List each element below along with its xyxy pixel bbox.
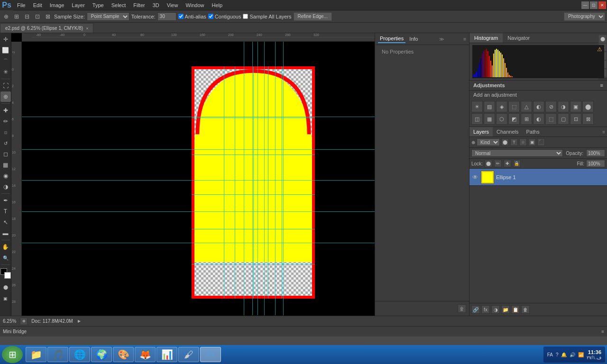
history-brush-tool[interactable]: ↺ xyxy=(0,138,11,148)
adj-hsl[interactable]: ◐ xyxy=(533,101,544,112)
move-tool[interactable]: ✛ xyxy=(0,34,11,45)
taskbar-excel[interactable]: 📊 xyxy=(156,347,177,362)
histogram-tab[interactable]: Histogram xyxy=(469,33,503,43)
adj-bw[interactable]: ◑ xyxy=(558,101,569,112)
stamp-tool[interactable]: ⎅ xyxy=(0,127,11,137)
screen-mode-btn[interactable]: ▣ xyxy=(0,293,11,304)
taskbar-app5[interactable]: 🎨 xyxy=(113,347,134,362)
quick-select-tool[interactable]: ✳ xyxy=(0,67,11,77)
taskbar-file-explorer[interactable]: 📁 xyxy=(26,347,46,362)
status-expand-btn[interactable]: ▶ xyxy=(77,318,82,325)
text-tool[interactable]: T xyxy=(0,206,11,217)
adj-extra2[interactable]: ▢ xyxy=(558,113,569,125)
lasso-tool[interactable]: ⌒ xyxy=(0,56,11,66)
adj-posterize[interactable]: ⬡ xyxy=(496,113,507,125)
marquee-tool[interactable]: ⬜ xyxy=(0,45,11,55)
lock-position-btn[interactable]: ✏ xyxy=(494,160,502,167)
layers-tab[interactable]: Layers xyxy=(469,127,493,136)
contiguous-checkbox[interactable] xyxy=(208,14,213,19)
adj-curves[interactable]: ◈ xyxy=(496,101,507,112)
adj-extra1[interactable]: ⬚ xyxy=(545,113,557,125)
layer-visibility-toggle[interactable]: 👁 xyxy=(471,173,479,181)
eraser-tool[interactable]: ◻ xyxy=(0,149,11,159)
adj-selective-color[interactable]: ◐ xyxy=(533,113,544,125)
adj-brightness[interactable]: ☀ xyxy=(471,101,483,112)
delete-layer-btn[interactable]: 🗑 xyxy=(521,305,530,314)
menu-3d[interactable]: 3D xyxy=(149,0,163,10)
adj-colorbal[interactable]: ⊘ xyxy=(545,101,557,112)
tolerance-input[interactable] xyxy=(157,12,176,21)
blend-mode-select[interactable]: Normal xyxy=(471,149,563,157)
path-select-tool[interactable]: ↖ xyxy=(0,217,11,228)
taskbar-app8[interactable]: 🖌 xyxy=(178,347,199,362)
add-mask-btn[interactable]: ◑ xyxy=(491,305,500,314)
taskbar-photoshop[interactable]: Ps xyxy=(200,347,221,362)
taskbar-wmp[interactable]: 🎵 xyxy=(47,347,68,362)
adj-threshold[interactable]: ◩ xyxy=(508,113,520,125)
properties-tab[interactable]: Properties xyxy=(378,35,405,43)
menu-image[interactable]: Image xyxy=(46,0,68,10)
layers-filter-btn4[interactable]: ▣ xyxy=(528,138,536,146)
menu-edit[interactable]: Edit xyxy=(29,0,46,10)
adj-invert[interactable]: ▦ xyxy=(484,113,495,125)
lock-artboard-btn[interactable]: 🔒 xyxy=(513,160,521,167)
adj-menu-icon[interactable]: ≡ xyxy=(600,82,603,88)
menu-select[interactable]: Select xyxy=(108,0,130,10)
layers-kind-select[interactable]: Kind xyxy=(477,138,500,146)
menu-view[interactable]: View xyxy=(163,0,182,10)
lock-all-btn[interactable]: ✚ xyxy=(504,160,511,167)
anti-alias-checkbox[interactable] xyxy=(178,14,184,19)
pen-tool[interactable]: ✒ xyxy=(0,195,11,206)
background-color[interactable] xyxy=(4,272,11,279)
close-button[interactable]: ✕ xyxy=(598,1,606,9)
menu-layer[interactable]: Layer xyxy=(68,0,89,10)
refine-edge-button[interactable]: Refine Edge... xyxy=(294,12,332,21)
zoom-indicator-btn[interactable]: ⊕ xyxy=(20,318,28,325)
opacity-input[interactable] xyxy=(586,149,605,157)
restore-button[interactable]: ⊡ xyxy=(590,1,598,9)
menu-help[interactable]: Help xyxy=(208,0,227,10)
menu-filter[interactable]: Filter xyxy=(129,0,148,10)
color-swatch[interactable] xyxy=(0,268,11,279)
menu-window[interactable]: Window xyxy=(182,0,208,10)
adj-channel-mix[interactable]: ⬤ xyxy=(582,101,594,112)
layers-menu-icon[interactable]: ≡ xyxy=(600,129,607,135)
hand-tool[interactable]: ✋ xyxy=(0,242,11,252)
adj-extra3[interactable]: ⊡ xyxy=(570,113,581,125)
sample-all-checkbox[interactable] xyxy=(243,14,248,19)
adj-exposure[interactable]: ⬚ xyxy=(508,101,520,112)
menu-type[interactable]: Type xyxy=(89,0,108,10)
delete-properties-btn[interactable]: 🗑 xyxy=(458,304,466,313)
start-button[interactable]: ⊞ xyxy=(2,346,23,363)
brush-tool[interactable]: ✏ xyxy=(0,116,11,127)
adj-color-lookup[interactable]: ◫ xyxy=(471,113,483,125)
minimize-button[interactable]: — xyxy=(581,1,589,9)
workspace-select[interactable]: Photography xyxy=(564,12,605,21)
adj-gradient-map[interactable]: ⊞ xyxy=(521,113,532,125)
taskbar-chrome[interactable]: 🌍 xyxy=(91,347,112,362)
layers-filter-btn3[interactable]: ☆ xyxy=(519,138,527,146)
shape-tool[interactable]: ▬ xyxy=(0,228,11,238)
layers-filter-btn5[interactable]: ⬛ xyxy=(537,138,545,146)
eyedropper-tool[interactable]: ⊕ xyxy=(0,91,11,102)
zoom-tool[interactable]: 🔍 xyxy=(0,253,11,263)
gradient-tool[interactable]: ▦ xyxy=(0,160,11,170)
tab-close-button[interactable]: × xyxy=(86,26,88,31)
taskbar-firefox[interactable]: 🦊 xyxy=(135,347,156,362)
add-style-btn[interactable]: fx xyxy=(481,305,490,314)
fill-input[interactable] xyxy=(586,160,605,167)
paths-tab[interactable]: Paths xyxy=(523,127,543,136)
sidebar-icon-1[interactable]: ⬤ xyxy=(599,35,607,43)
crop-tool[interactable]: ⛶ xyxy=(0,81,11,91)
link-layers-btn[interactable]: 🔗 xyxy=(471,305,480,314)
adj-photo-filter[interactable]: ▣ xyxy=(570,101,581,112)
document-tab[interactable]: e2.psd @ 6.25% (Ellipse 1, CMYK/8) × xyxy=(0,23,93,33)
channels-tab[interactable]: Channels xyxy=(493,127,522,136)
layers-filter-btn1[interactable]: ⬤ xyxy=(501,138,509,146)
new-layer-btn[interactable]: 📋 xyxy=(511,305,520,314)
quick-mask-btn[interactable]: ⬤ xyxy=(0,282,11,292)
menu-file[interactable]: File xyxy=(13,0,29,10)
adj-levels[interactable]: ▤ xyxy=(484,101,495,112)
sample-size-select[interactable]: Point Sample xyxy=(87,12,129,21)
layer-row[interactable]: 👁 Ellipse 1 xyxy=(469,169,607,186)
